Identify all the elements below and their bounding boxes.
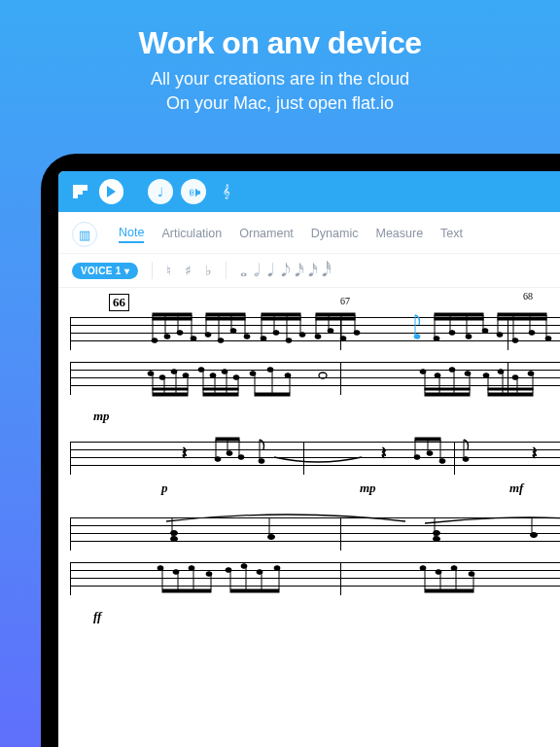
svg-point-35 bbox=[328, 329, 333, 334]
svg-rect-72 bbox=[153, 393, 188, 396]
svg-rect-111 bbox=[488, 388, 533, 390]
svg-point-164 bbox=[268, 535, 275, 540]
separator bbox=[152, 262, 153, 279]
svg-rect-110 bbox=[488, 393, 533, 396]
tab-articulation[interactable]: Articulation bbox=[161, 227, 222, 242]
voice-selector[interactable]: VOICE 1 ▾ bbox=[72, 263, 138, 279]
svg-point-192 bbox=[436, 570, 441, 575]
svg-rect-11 bbox=[206, 318, 245, 320]
svg-rect-21 bbox=[262, 318, 300, 320]
tab-note[interactable]: Note bbox=[119, 226, 144, 243]
palette-tabs: ▥ Note Articulation Ornament Dynamic Mea… bbox=[58, 212, 560, 254]
svg-point-107 bbox=[449, 368, 455, 373]
dynamic-marking: mp bbox=[93, 409, 110, 424]
svg-rect-42 bbox=[435, 313, 483, 316]
hero-subtitle-1: All your creations are in the cloud bbox=[19, 67, 541, 91]
svg-point-178 bbox=[206, 572, 212, 577]
svg-point-55 bbox=[497, 333, 503, 338]
svg-point-47 bbox=[449, 331, 455, 336]
svg-point-51 bbox=[482, 329, 488, 334]
svg-point-59 bbox=[529, 331, 535, 336]
svg-rect-0 bbox=[153, 313, 192, 316]
svg-rect-92 bbox=[255, 393, 290, 396]
separator bbox=[226, 262, 227, 279]
svg-rect-188 bbox=[425, 589, 473, 592]
svg-rect-52 bbox=[498, 313, 546, 316]
svg-point-105 bbox=[435, 374, 440, 378]
svg-point-61 bbox=[545, 337, 551, 341]
svg-point-145 bbox=[427, 451, 433, 456]
treble-staff bbox=[70, 317, 560, 350]
svg-point-77 bbox=[159, 375, 165, 380]
svg-point-29 bbox=[299, 333, 305, 338]
svg-point-143 bbox=[414, 455, 420, 460]
caret-down-icon: ▾ bbox=[124, 266, 129, 276]
keyboard-icon[interactable]: ▥ bbox=[72, 222, 97, 247]
chevron-down-icon[interactable]: ⌄ bbox=[131, 186, 140, 198]
score-canvas[interactable]: 66 67 68 bbox=[58, 288, 560, 747]
svg-point-33 bbox=[315, 335, 321, 339]
svg-point-89 bbox=[222, 370, 228, 374]
svg-point-113 bbox=[483, 374, 489, 378]
svg-point-98 bbox=[285, 374, 291, 378]
svg-point-5 bbox=[164, 335, 170, 339]
tuning-icon[interactable]: 𝄞 bbox=[214, 179, 239, 204]
notation bbox=[88, 512, 560, 556]
svg-point-135 bbox=[227, 451, 232, 456]
treble-staff bbox=[70, 517, 560, 551]
svg-point-162 bbox=[171, 531, 178, 536]
svg-point-174 bbox=[173, 570, 179, 575]
svg-rect-82 bbox=[203, 393, 238, 396]
staff-system: mp bbox=[70, 317, 560, 395]
svg-point-85 bbox=[198, 368, 204, 373]
dynamic-marking: ff bbox=[93, 609, 101, 624]
svg-point-15 bbox=[218, 338, 224, 343]
svg-point-196 bbox=[469, 572, 474, 577]
note-toolbar: VOICE 1 ▾ ♮ ♯ ♭ 𝅝 𝅗𝅥 𝅘𝅥 𝅘𝅥𝅮 𝅘𝅥𝅯 𝅘𝅥𝅯 𝅘𝅥𝅰 bbox=[58, 254, 560, 288]
notation bbox=[88, 356, 560, 401]
tab-dynamic[interactable]: Dynamic bbox=[311, 227, 359, 242]
svg-point-133 bbox=[215, 457, 221, 462]
tab-measure[interactable]: Measure bbox=[375, 227, 423, 242]
flat-button[interactable]: ♭ bbox=[205, 263, 212, 279]
svg-point-13 bbox=[205, 333, 211, 338]
svg-rect-73 bbox=[153, 388, 188, 390]
svg-point-194 bbox=[451, 566, 457, 571]
svg-rect-1 bbox=[153, 318, 192, 320]
speaker-icon[interactable]: 🕪 bbox=[181, 179, 206, 204]
svg-rect-101 bbox=[425, 388, 470, 390]
svg-point-109 bbox=[465, 372, 471, 376]
svg-point-172 bbox=[158, 566, 163, 571]
svg-point-115 bbox=[498, 370, 504, 374]
svg-text:𝄽: 𝄽 bbox=[381, 447, 386, 458]
svg-rect-100 bbox=[425, 393, 470, 396]
svg-point-137 bbox=[238, 455, 244, 460]
bass-staff bbox=[70, 562, 560, 595]
svg-point-23 bbox=[261, 337, 266, 341]
svg-point-147 bbox=[439, 459, 445, 464]
tab-ornament[interactable]: Ornament bbox=[239, 227, 294, 242]
svg-point-19 bbox=[244, 335, 250, 339]
flat-logo-icon[interactable] bbox=[70, 181, 91, 202]
svg-text:𝄽: 𝄽 bbox=[182, 447, 187, 458]
play-button[interactable] bbox=[99, 179, 123, 204]
svg-point-139 bbox=[259, 459, 264, 464]
svg-point-7 bbox=[177, 331, 183, 336]
metronome-icon[interactable]: ♩ bbox=[148, 179, 173, 204]
svg-point-45 bbox=[434, 337, 439, 341]
voice-label: VOICE 1 bbox=[81, 266, 122, 276]
svg-point-17 bbox=[230, 329, 236, 334]
svg-point-190 bbox=[420, 566, 426, 571]
sharp-button[interactable]: ♯ bbox=[185, 263, 192, 279]
svg-point-185 bbox=[257, 570, 262, 575]
svg-point-87 bbox=[210, 374, 216, 378]
svg-point-49 bbox=[466, 335, 472, 339]
tab-text[interactable]: Text bbox=[440, 227, 463, 242]
svg-point-41 bbox=[414, 335, 420, 339]
svg-point-3 bbox=[152, 338, 158, 343]
natural-button[interactable]: ♮ bbox=[166, 263, 171, 279]
svg-point-119 bbox=[528, 372, 534, 376]
svg-point-166 bbox=[434, 537, 440, 542]
svg-text:𝄽: 𝄽 bbox=[532, 447, 537, 458]
svg-rect-179 bbox=[230, 589, 279, 592]
